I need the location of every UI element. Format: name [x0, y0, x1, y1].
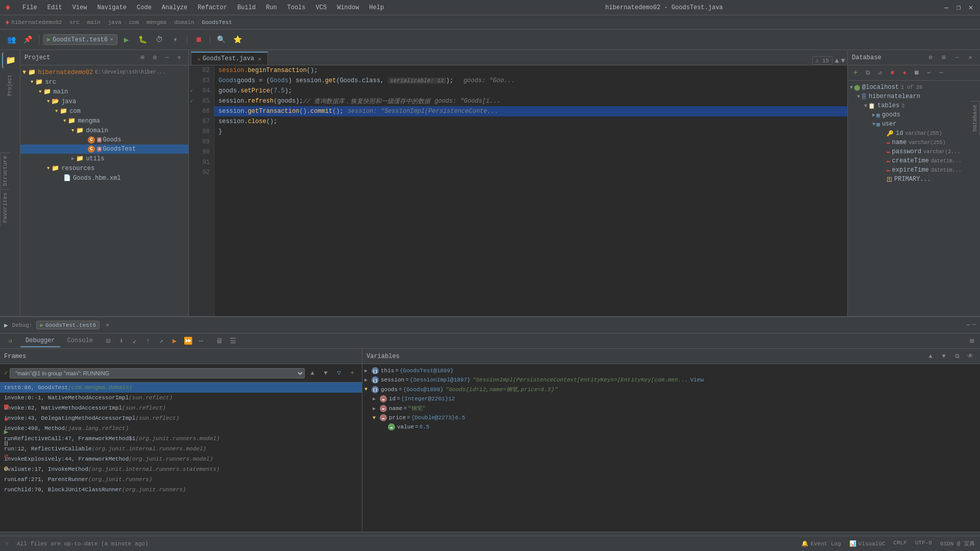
breadcrumb-java[interactable]: java: [108, 19, 121, 26]
frame-item-0[interactable]: test6:86, GoodsTest (com.mengma.domain): [0, 382, 362, 393]
panel-minimize-btn[interactable]: ✕: [174, 53, 184, 63]
db-more-btn[interactable]: ⋯: [936, 67, 947, 79]
debug-screen-btn[interactable]: 🖥: [213, 335, 226, 347]
encoding-indicator[interactable]: UTF-8: [915, 540, 932, 547]
debug-toolbar-step-btn-1[interactable]: ⊡: [102, 335, 114, 347]
frame-item-4[interactable]: invoke:498, Method (java.lang.reflect): [0, 423, 362, 434]
tree-item-java[interactable]: ▼ 📂 java: [20, 97, 188, 106]
thread-add-btn[interactable]: +: [347, 368, 358, 379]
menu-help[interactable]: Help: [367, 3, 386, 12]
tree-item-goodshbm[interactable]: 📄 Goods.hbm.xml: [20, 173, 188, 183]
thread-select-dropdown[interactable]: "main"@1 in group "main": RUNNING: [10, 368, 305, 378]
breadcrumb-mengma[interactable]: mengma: [146, 19, 167, 26]
visualgc-btn[interactable]: 📊 VisualGC: [849, 540, 886, 547]
maximize-button[interactable]: ❐: [954, 4, 963, 12]
db-close-btn[interactable]: —: [951, 52, 963, 63]
vars-copy-btn[interactable]: ⧉: [951, 351, 963, 362]
db-minimize-btn[interactable]: ✕: [965, 52, 976, 63]
debug-stop-side-btn[interactable]: ⏹: [0, 401, 12, 413]
tree-item-mengma[interactable]: ▼ 📁 mengma: [20, 116, 188, 126]
menu-refactor[interactable]: Refactor: [195, 3, 229, 12]
tree-item-goods[interactable]: C a Goods: [20, 135, 188, 145]
breadcrumb-goodstest[interactable]: GoodsTest: [202, 19, 232, 26]
tree-item-src[interactable]: ▼ 📁 src: [20, 77, 188, 87]
editor-tab-goodstest[interactable]: ☕ GoodsTest.java ✕: [191, 52, 268, 65]
tree-item-root[interactable]: ▼ 📁 hibernatedemo02 E:\develop\ssh\hiber…: [20, 67, 188, 77]
debug-more-btn[interactable]: ⋯: [195, 335, 207, 347]
panel-close-btn[interactable]: —: [162, 53, 172, 63]
view-link[interactable]: View: [690, 377, 703, 383]
var-id[interactable]: ▶ ▬ id = {Integer@2261} 12: [362, 394, 980, 403]
settings-button[interactable]: ⭐: [231, 33, 245, 47]
tree-item-domain[interactable]: ▼ 📁 domain: [20, 126, 188, 135]
debug-tab-debugger[interactable]: Debugger: [20, 335, 60, 347]
thread-filter-btn[interactable]: ▽: [333, 368, 345, 379]
debug-close-icon[interactable]: ✕: [106, 321, 109, 329]
menu-view[interactable]: View: [70, 3, 89, 12]
gsdn-indicator[interactable]: GSDN @ 宝典: [940, 540, 975, 547]
frame-item-10[interactable]: runChild:70, BlockJUnit4ClassRunner (org…: [0, 485, 362, 495]
debug-toolbar-step-btn-3[interactable]: ↙: [129, 335, 141, 347]
var-this[interactable]: ▶ {} this = {GoodsTest@1899}: [362, 366, 980, 375]
var-goods[interactable]: ▼ {} goods = {Goods@1898} "Goods{id=12,n…: [362, 385, 980, 394]
breadcrumb-main[interactable]: main: [87, 19, 100, 26]
debug-button[interactable]: 🐛: [136, 33, 150, 47]
db-item-primary[interactable]: ⚿ PRIMARY...: [848, 175, 980, 184]
debug-restart-btn[interactable]: ↺: [3, 334, 17, 348]
tree-item-goodstest[interactable]: C a GoodsTest: [20, 145, 188, 154]
panel-expand-btn[interactable]: ⊞: [137, 53, 148, 63]
frame-item-2[interactable]: invoke:62, NativeMethodAccessorImpl (sun…: [0, 403, 362, 413]
project-activity-btn[interactable]: 📁: [2, 52, 18, 68]
vars-up-btn[interactable]: ▲: [925, 351, 936, 362]
debug-resume-side-btn[interactable]: ▶: [0, 425, 12, 438]
tree-item-main[interactable]: ▼ 📁 main: [20, 87, 188, 97]
debug-step-into-btn[interactable]: ⏩: [182, 335, 194, 347]
debug-run-to-cursor[interactable]: ↗: [155, 335, 167, 347]
var-value[interactable]: ▬ value = 6.5: [362, 422, 980, 432]
debug-mute-side-btn[interactable]: ⊘: [0, 450, 12, 462]
menu-build[interactable]: Build: [235, 3, 258, 12]
crlf-indicator[interactable]: CRLF: [893, 540, 906, 547]
thread-nav-down[interactable]: ▼: [320, 368, 331, 379]
db-settings-btn[interactable]: ⚙: [925, 52, 936, 63]
breadcrumb-src[interactable]: src: [69, 19, 80, 26]
db-run-btn[interactable]: ●: [899, 67, 910, 79]
db-refresh-btn[interactable]: ↺: [874, 67, 886, 79]
menu-tools[interactable]: Tools: [285, 3, 308, 12]
menu-file[interactable]: File: [20, 3, 39, 12]
breadcrumb-domain[interactable]: domain: [174, 19, 194, 26]
warning-counter[interactable]: ⚠ 15: [812, 56, 832, 65]
db-item-hibernatelearn[interactable]: ▼ 🗄 hibernatelearn: [848, 92, 980, 101]
vars-down-btn[interactable]: ▼: [938, 351, 949, 362]
debug-toolbar-step-btn-2[interactable]: ⬇: [115, 335, 128, 347]
menu-analyze[interactable]: Analyze: [160, 3, 189, 12]
tree-item-utils[interactable]: ▶ 📁 utils: [20, 154, 188, 163]
db-item-tables[interactable]: ▼ 📋 tables 2: [848, 101, 980, 110]
close-button[interactable]: ✕: [967, 4, 975, 12]
debug-run-config[interactable]: ▶ GoodsTest.test6: [36, 321, 100, 329]
debug-panel-close[interactable]: ⋯ —: [967, 321, 976, 329]
tab-close-btn[interactable]: ✕: [258, 56, 262, 62]
tree-item-com[interactable]: ▼ 📁 com: [20, 106, 188, 116]
debug-evaluate-btn[interactable]: ▶: [168, 335, 181, 347]
db-expand-btn[interactable]: ⊞: [938, 52, 949, 63]
db-stop-btn[interactable]: ⏹: [911, 67, 922, 79]
debug-toolbar-step-btn-4[interactable]: ↑: [142, 335, 154, 347]
db-item-name-col[interactable]: ▬ name varchar(255): [848, 138, 980, 147]
db-filter-btn[interactable]: ■: [887, 67, 898, 79]
breadcrumb-com[interactable]: com: [129, 19, 139, 26]
database-side-tab[interactable]: Database: [970, 101, 980, 135]
debug-kill-side-btn[interactable]: ●: [0, 413, 12, 425]
toolbar-team-btn[interactable]: 👥: [4, 33, 18, 47]
frame-item-9[interactable]: runLeaf:271, ParentRunner (org.junit.run…: [0, 474, 362, 485]
db-item-createtime-col[interactable]: ▬ createTime datetim...: [848, 156, 980, 165]
frame-item-8[interactable]: evaluate:17, InvokeMethod (org.junit.int…: [0, 464, 362, 474]
debug-grid-btn[interactable]: ⊞: [966, 335, 978, 347]
run-config-selector[interactable]: ▶ GoodsTest.test6 ▾: [43, 34, 117, 45]
vars-scrollbar[interactable]: [362, 532, 980, 536]
db-item-password-col[interactable]: ▬ password varchar(2...: [848, 147, 980, 156]
var-session[interactable]: ▶ {} session = {SessionImpl@1897} "Sessi…: [362, 375, 980, 385]
thread-nav-up[interactable]: ▲: [307, 368, 318, 379]
minimize-button[interactable]: —: [942, 4, 950, 12]
toolbar-pin-btn[interactable]: 📌: [20, 33, 35, 47]
